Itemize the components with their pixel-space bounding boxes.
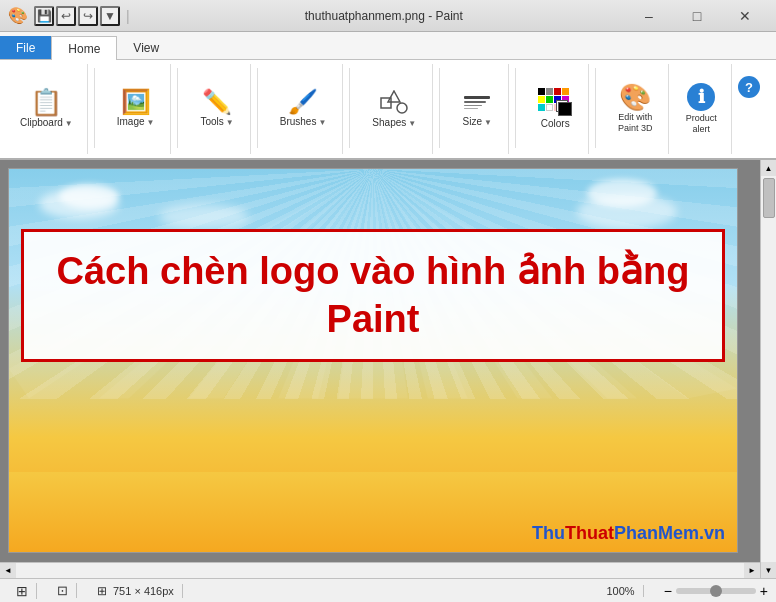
maximize-button[interactable]: □ [674,0,720,32]
minimize-button[interactable]: – [626,0,672,32]
redo-quick-button[interactable]: ↪ [78,6,98,26]
size-button[interactable]: Size ▼ [454,86,500,132]
zoom-in-button[interactable]: + [760,583,768,599]
paint-canvas[interactable]: Cách chèn logo vào hình ảnh bằng Paint T… [8,168,738,553]
canvas-padding: Cách chèn logo vào hình ảnh bằng Paint T… [0,160,776,577]
app-window: 🎨 💾 ↩ ↪ ▼ | thuthuatphanmem.png - Paint … [0,0,776,602]
clipboard-button[interactable]: 📋 Clipboard ▼ [14,85,79,133]
clipboard-group: 📋 Clipboard ▼ [6,64,88,154]
status-zoom: 100% [598,585,643,597]
dimensions-icon: ⊞ [97,584,107,598]
divider-3 [257,68,258,148]
colors-label: Colors [541,118,570,130]
svg-point-2 [397,103,407,113]
scroll-up-button[interactable]: ▲ [761,160,777,176]
zoom-slider-thumb[interactable] [710,585,722,597]
image-arrow: ▼ [147,118,155,127]
cloud-5 [159,204,249,229]
image-text-line1: Cách chèn logo vào hình ảnh bằng [44,248,702,296]
product-alert-label: Product [686,113,717,124]
product-alert-label2: alert [692,124,710,135]
brushes-group: 🖌️ Brushes ▼ [264,64,344,154]
divider-7 [595,68,596,148]
cloud-2 [59,184,119,209]
scroll-right-button[interactable]: ► [744,563,760,579]
image-button[interactable]: 🖼️ Image ▼ [109,86,163,132]
colors-button[interactable]: Colors [530,84,580,134]
tab-view[interactable]: View [117,36,175,59]
tools-button[interactable]: ✏️ Tools ▼ [192,86,241,132]
divider-1 [94,68,95,148]
size-arrow: ▼ [484,118,492,127]
scroll-down-button[interactable]: ▼ [761,562,777,578]
selection-icon: ⊞ [16,583,28,599]
tab-file[interactable]: File [0,36,51,59]
shapes-icon [379,89,409,115]
watermark-thuat: Thuat [565,523,614,543]
app-icon: 🎨 [8,6,28,25]
ribbon-tabs: File Home View [0,32,776,60]
watermark-rest: PhanMem.vn [614,523,725,543]
brushes-arrow: ▼ [318,118,326,127]
image-dimensions: 751 × 416px [113,585,174,597]
shapes-button[interactable]: Shapes ▼ [364,85,424,133]
cloud-4 [587,179,657,207]
brushes-button[interactable]: 🖌️ Brushes ▼ [272,86,335,132]
shapes-label: Shapes [372,117,406,129]
text-overlay-box: Cách chèn logo vào hình ảnh bằng Paint [21,229,725,362]
scroll-thumb-vertical[interactable] [763,178,775,218]
edit-with-paint3d-button[interactable]: 🎨 Edit with Paint 3D [610,80,660,138]
paint3d-icon: 🎨 [619,84,651,110]
image-icon: 🖼️ [121,90,151,114]
zoom-controls: − + [664,583,768,599]
product-alert-group: ℹ Product alert [671,64,732,154]
size-group: Size ▼ [446,64,509,154]
status-left: ⊞ [8,583,37,599]
status-dimensions: ⊞ 751 × 416px [89,584,183,598]
brushes-label: Brushes [280,116,317,128]
clipboard-arrow: ▼ [65,119,73,128]
alert-icon: ℹ [687,83,715,111]
tools-label: Tools [200,116,223,128]
image-label: Image [117,116,145,128]
help-button[interactable]: ? [738,76,760,98]
edit-paint3d-group: 🎨 Edit with Paint 3D [602,64,669,154]
close-button[interactable]: ✕ [722,0,768,32]
main-canvas-area: ▲ ▼ ◄ ► [0,160,776,578]
tools-arrow: ▼ [226,118,234,127]
vertical-scrollbar[interactable]: ▲ ▼ [760,160,776,578]
tab-home[interactable]: Home [51,36,117,60]
status-selection: ⊡ [49,583,77,598]
brushes-icon: 🖌️ [288,90,318,114]
select-rect-icon: ⊡ [57,583,68,598]
horizontal-scrollbar[interactable]: ◄ ► [0,562,760,578]
zoom-out-button[interactable]: − [664,583,672,599]
clipboard-label: Clipboard [20,117,63,129]
undo-quick-button[interactable]: ↩ [56,6,76,26]
watermark: ThuThuatPhanMem.vn [532,523,725,544]
title-bar: 🎨 💾 ↩ ↪ ▼ | thuthuatphanmem.png - Paint … [0,0,776,32]
size-label: Size [463,116,482,128]
tools-group: ✏️ Tools ▼ [184,64,250,154]
size-icon [462,90,492,114]
product-alert-button[interactable]: ℹ Product alert [679,79,723,139]
shapes-group: Shapes ▼ [356,64,433,154]
shapes-arrow: ▼ [408,119,416,128]
scroll-left-button[interactable]: ◄ [0,563,16,579]
save-quick-button[interactable]: 💾 [34,6,54,26]
colors-group: Colors [522,64,589,154]
window-title: thuthuatphanmem.png - Paint [142,9,626,23]
separator: | [126,8,130,24]
zoom-slider[interactable] [676,588,756,594]
divider-6 [515,68,516,148]
tools-icon: ✏️ [202,90,232,114]
divider-5 [439,68,440,148]
quick-access-dropdown[interactable]: ▼ [100,6,120,26]
clipboard-icon: 📋 [30,89,62,115]
divider-4 [349,68,350,148]
watermark-thu: Thu [532,523,565,543]
window-controls: – □ ✕ [626,0,768,32]
ribbon-toolbar: 📋 Clipboard ▼ 🖼️ Image ▼ ✏️ [0,60,776,160]
status-bar: ⊞ ⊡ ⊞ 751 × 416px 100% − + [0,578,776,602]
image-group: 🖼️ Image ▼ [101,64,172,154]
